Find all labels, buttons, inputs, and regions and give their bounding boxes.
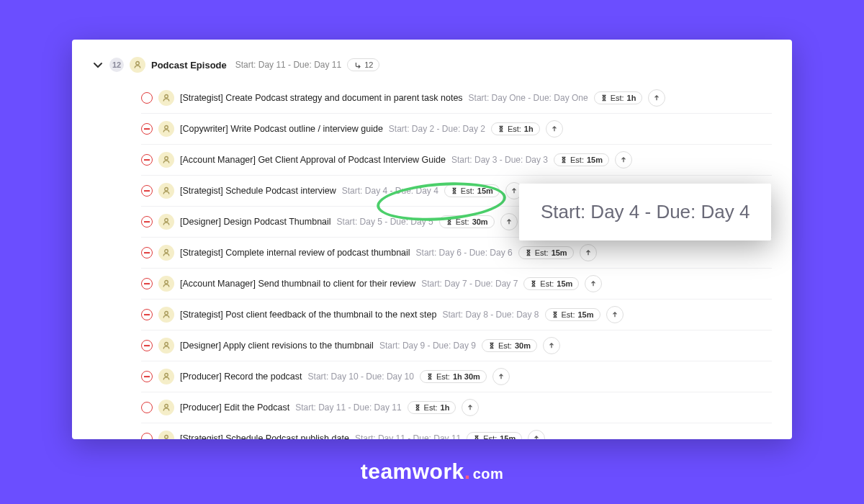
complete-toggle[interactable]: [141, 433, 153, 439]
task-title[interactable]: [Strategist] Post client feedback of the…: [180, 310, 436, 320]
task-title[interactable]: [Strategist] Schedule Podcast interview: [180, 186, 336, 196]
estimate-pill[interactable]: Est: 1h: [594, 91, 643, 104]
task-row[interactable]: [Account Manager] Get Client Approval of…: [141, 145, 772, 176]
task-title[interactable]: [Strategist] Complete internal review of…: [180, 248, 410, 258]
assignee-avatar[interactable]: [158, 307, 174, 323]
task-count-badge: 12: [109, 58, 124, 72]
chevron-down-icon[interactable]: [92, 59, 104, 71]
task-title[interactable]: [Account Manager] Get Client Approval of…: [180, 155, 446, 165]
task-title[interactable]: [Producer] Record the podcast: [180, 372, 302, 382]
estimate-pill[interactable]: Est: 30m: [439, 215, 495, 228]
complete-toggle[interactable]: [141, 154, 153, 166]
assignee-avatar[interactable]: [158, 121, 174, 137]
estimate-label: Est:: [483, 434, 497, 439]
estimate-pill[interactable]: Est: 15m: [518, 246, 574, 259]
subtask-count-chip[interactable]: 12: [347, 58, 379, 71]
task-dates: Start: Day 10 - Due: Day 10: [308, 372, 414, 382]
task-dates: Start: Day One - Due: Day One: [469, 93, 588, 103]
task-row[interactable]: [Producer] Edit the PodcastStart: Day 11…: [141, 392, 772, 423]
estimate-label: Est:: [461, 186, 474, 195]
task-row[interactable]: [Strategist] Complete internal review of…: [141, 238, 772, 269]
svg-point-9: [165, 343, 168, 346]
task-title[interactable]: [Strategist] Create Podcast strategy and…: [180, 93, 463, 103]
task-row[interactable]: [Strategist] Create Podcast strategy and…: [141, 83, 772, 114]
assignee-avatar[interactable]: [158, 431, 174, 439]
task-row[interactable]: [Account Manager] Send thumbnail to clie…: [141, 269, 772, 300]
task-title[interactable]: [Designer] Apply client revisions to the…: [180, 341, 374, 351]
estimate-value: 15m: [477, 186, 493, 195]
estimate-label: Est:: [508, 125, 521, 133]
subtask-count-value: 12: [364, 60, 373, 69]
estimate-pill[interactable]: Est: 1h: [491, 122, 540, 135]
move-up-button[interactable]: [492, 368, 510, 385]
complete-toggle[interactable]: [141, 247, 153, 258]
estimate-pill[interactable]: Est: 1h 30m: [420, 370, 487, 383]
estimate-label: Est:: [424, 403, 438, 412]
move-up-button[interactable]: [580, 244, 597, 261]
estimate-value: 1h: [441, 403, 450, 412]
complete-toggle[interactable]: [141, 340, 153, 351]
move-up-button[interactable]: [606, 306, 624, 323]
group-header: 12 Podcast Episode Start: Day 11 - Due: …: [92, 57, 772, 73]
estimate-pill[interactable]: Est: 15m: [554, 153, 609, 166]
task-title[interactable]: [Strategist] Schedule Podcast publish da…: [180, 433, 349, 439]
task-title[interactable]: [Designer] Design Podcast Thumbnail: [180, 217, 331, 227]
complete-toggle[interactable]: [141, 216, 153, 228]
complete-toggle[interactable]: [141, 309, 153, 320]
move-up-button[interactable]: [648, 89, 665, 107]
complete-toggle[interactable]: [141, 185, 153, 197]
assignee-avatar[interactable]: [158, 276, 174, 292]
estimate-label: Est:: [498, 341, 512, 350]
assignee-avatar[interactable]: [158, 245, 174, 261]
group-title[interactable]: Podcast Episode: [151, 60, 227, 71]
estimate-pill[interactable]: Est: 15m: [444, 184, 500, 197]
assignee-avatar[interactable]: [158, 369, 174, 384]
move-up-button[interactable]: [543, 337, 560, 354]
estimate-pill[interactable]: Est: 30m: [482, 339, 537, 352]
svg-point-7: [165, 281, 168, 284]
complete-toggle[interactable]: [141, 92, 153, 104]
move-up-button[interactable]: [500, 213, 518, 230]
complete-toggle[interactable]: [141, 371, 153, 382]
assignee-avatar[interactable]: [158, 183, 174, 199]
move-up-button[interactable]: [585, 275, 602, 292]
assignee-avatar[interactable]: [130, 57, 145, 73]
move-up-button[interactable]: [528, 430, 545, 439]
task-title[interactable]: [Copywriter] Write Podcast outline / int…: [180, 124, 383, 134]
estimate-pill[interactable]: Est: 15m: [467, 432, 522, 439]
task-row[interactable]: [Designer] Apply client revisions to the…: [141, 330, 772, 361]
estimate-value: 15m: [557, 279, 572, 288]
svg-point-1: [165, 95, 168, 99]
move-up-button[interactable]: [462, 399, 479, 416]
complete-toggle[interactable]: [141, 123, 153, 135]
task-row[interactable]: [Strategist] Schedule Podcast publish da…: [141, 423, 772, 439]
move-up-button[interactable]: [546, 120, 563, 138]
svg-point-11: [165, 405, 168, 408]
task-dates: Start: Day 2 - Due: Day 2: [389, 124, 485, 134]
complete-toggle[interactable]: [141, 402, 153, 413]
task-title[interactable]: [Account Manager] Send thumbnail to clie…: [180, 279, 415, 289]
estimate-label: Est:: [570, 156, 584, 164]
move-up-button[interactable]: [615, 151, 632, 168]
task-row[interactable]: [Strategist] Post client feedback of the…: [141, 300, 772, 330]
svg-point-3: [165, 157, 168, 161]
assignee-avatar[interactable]: [158, 152, 174, 168]
task-dates: Start: Day 7 - Due: Day 7: [421, 279, 518, 289]
assignee-avatar[interactable]: [158, 400, 174, 415]
estimate-pill[interactable]: Est: 15m: [523, 277, 579, 290]
task-dates: Start: Day 9 - Due: Day 9: [379, 341, 476, 351]
assignee-avatar[interactable]: [158, 214, 174, 230]
assignee-avatar[interactable]: [158, 90, 174, 106]
estimate-pill[interactable]: Est: 15m: [545, 308, 600, 321]
logo-word: teamwork: [361, 459, 464, 484]
callout-popup: Start: Day 4 - Due: Day 4: [519, 184, 771, 240]
task-row[interactable]: [Copywriter] Write Podcast outline / int…: [141, 114, 772, 145]
callout-text: Start: Day 4 - Due: Day 4: [541, 201, 750, 222]
task-row[interactable]: [Producer] Record the podcastStart: Day …: [141, 361, 772, 392]
group-dates: Start: Day 11 - Due: Day 11: [235, 60, 341, 70]
estimate-pill[interactable]: Est: 1h: [408, 401, 456, 414]
assignee-avatar[interactable]: [158, 338, 174, 354]
svg-point-12: [165, 436, 168, 439]
complete-toggle[interactable]: [141, 278, 153, 289]
task-title[interactable]: [Producer] Edit the Podcast: [180, 402, 289, 413]
